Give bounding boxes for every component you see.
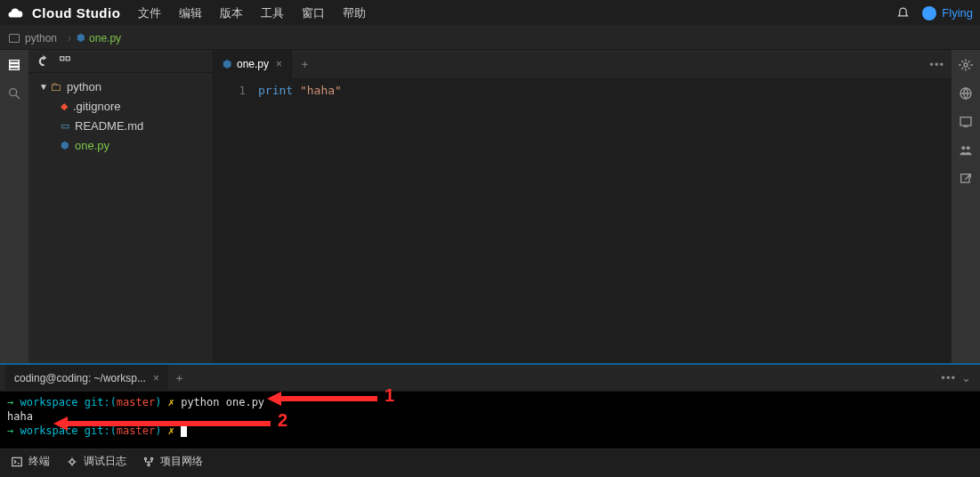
terminal-body[interactable]: → workspace git:(master) ✗ python one.py… xyxy=(0,392,980,449)
editor-tab-onepy[interactable]: ⬢ one.py × xyxy=(214,50,292,78)
tree-folder-root[interactable]: ▼ 🗀 python xyxy=(28,77,213,96)
python-icon: ⬢ xyxy=(223,58,231,70)
menu-version[interactable]: 版本 xyxy=(220,5,243,21)
menu-file[interactable]: 文件 xyxy=(138,5,161,21)
svg-point-7 xyxy=(964,63,968,67)
close-icon[interactable]: × xyxy=(153,372,159,384)
tree-file-onepy[interactable]: ⬢ one.py xyxy=(28,135,213,155)
username[interactable]: Flying xyxy=(942,6,973,20)
prompt-workspace: workspace xyxy=(20,424,77,437)
svg-rect-9 xyxy=(960,117,971,125)
breadcrumb-folder-label: python xyxy=(25,32,57,44)
chevron-right-icon: › xyxy=(68,32,71,44)
terminal-output: haha xyxy=(7,409,973,424)
breadcrumb-file[interactable]: ⬢ one.py xyxy=(77,32,121,44)
prompt-workspace: workspace xyxy=(20,396,77,408)
code-string: "haha" xyxy=(300,84,342,97)
svg-rect-1 xyxy=(10,64,20,67)
line-number: 1 xyxy=(214,84,246,97)
editor-more-icon[interactable]: ••• xyxy=(929,58,944,71)
menu-help[interactable]: 帮助 xyxy=(343,5,366,21)
prompt-branch: master xyxy=(117,424,155,437)
menu-edit[interactable]: 编辑 xyxy=(179,5,202,21)
markdown-icon: ▭ xyxy=(61,120,69,132)
breadcrumb-file-label: one.py xyxy=(89,32,121,44)
prompt-dirty: ✗ xyxy=(168,424,174,437)
debug-icon[interactable] xyxy=(958,57,974,73)
terminal-more-icon[interactable]: ••• xyxy=(941,371,956,384)
prompt-git-end: ) xyxy=(155,396,161,408)
tree-file-label: one.py xyxy=(75,139,109,152)
breadcrumb-folder[interactable]: python xyxy=(9,32,57,44)
status-network-label: 项目网络 xyxy=(160,454,203,469)
breadcrumb: python › ⬢ one.py xyxy=(0,27,980,50)
open-external-icon[interactable] xyxy=(958,171,974,187)
preview-icon[interactable] xyxy=(958,114,974,130)
svg-rect-6 xyxy=(66,56,69,60)
prompt-arrow: → xyxy=(7,424,13,437)
chevron-down-icon: ▼ xyxy=(39,82,48,92)
globe-icon[interactable] xyxy=(958,85,974,101)
python-icon: ⬢ xyxy=(61,140,69,151)
app-brand: Cloud Studio xyxy=(32,5,120,20)
terminal-command: python one.py xyxy=(181,396,264,408)
svg-rect-2 xyxy=(10,68,20,70)
status-debug-label: 调试日志 xyxy=(84,454,126,469)
status-terminal[interactable]: 终端 xyxy=(11,454,50,469)
terminal-tab[interactable]: coding@coding: ~/worksp... × xyxy=(5,365,168,392)
tree-file-gitignore[interactable]: ◆ .gitignore xyxy=(28,96,213,116)
explorer-icon[interactable] xyxy=(6,57,22,73)
search-icon[interactable] xyxy=(6,85,22,101)
folder-icon xyxy=(9,34,20,43)
folder-open-icon: 🗀 xyxy=(50,80,61,93)
menu-window[interactable]: 窗口 xyxy=(302,5,325,21)
svg-rect-5 xyxy=(61,56,64,60)
svg-point-11 xyxy=(961,146,965,150)
new-terminal-button[interactable]: ＋ xyxy=(168,370,191,386)
notification-bell-icon[interactable] xyxy=(896,5,910,21)
status-debug[interactable]: 调试日志 xyxy=(66,454,126,469)
chevron-down-icon[interactable]: ⌄ xyxy=(961,371,971,384)
refresh-icon[interactable] xyxy=(37,55,50,68)
code-line[interactable]: print "haha" xyxy=(258,84,342,363)
code-keyword: print xyxy=(258,84,293,97)
editor-tab-label: one.py xyxy=(237,58,269,70)
terminal-cursor xyxy=(181,426,187,437)
tree-file-label: .gitignore xyxy=(73,100,120,113)
svg-rect-14 xyxy=(12,457,22,465)
tree-file-readme[interactable]: ▭ README.md xyxy=(28,116,213,135)
users-icon[interactable] xyxy=(958,142,974,158)
svg-point-15 xyxy=(70,459,75,464)
terminal-tab-label: coding@coding: ~/worksp... xyxy=(14,372,146,384)
status-terminal-label: 终端 xyxy=(28,454,50,469)
prompt-git: git:( xyxy=(85,424,117,437)
tree-folder-label: python xyxy=(67,80,101,93)
prompt-git: git:( xyxy=(85,396,117,408)
prompt-arrow: → xyxy=(7,396,13,408)
close-icon[interactable]: × xyxy=(276,58,282,70)
avatar[interactable] xyxy=(922,6,936,20)
cloud-logo-icon xyxy=(7,5,23,21)
collapse-icon[interactable] xyxy=(59,55,71,68)
svg-point-18 xyxy=(148,464,150,465)
svg-point-12 xyxy=(967,146,970,150)
svg-line-4 xyxy=(16,95,20,99)
status-network[interactable]: 项目网络 xyxy=(142,454,203,469)
menu-tools[interactable]: 工具 xyxy=(261,5,284,21)
prompt-git-end: ) xyxy=(155,424,161,437)
tree-file-label: README.md xyxy=(75,119,143,133)
svg-point-17 xyxy=(150,457,152,459)
svg-rect-0 xyxy=(10,61,20,63)
svg-point-3 xyxy=(10,89,17,96)
python-icon: ⬢ xyxy=(77,32,85,44)
git-icon: ◆ xyxy=(61,101,68,112)
prompt-dirty: ✗ xyxy=(168,396,174,408)
svg-point-16 xyxy=(144,457,146,459)
prompt-branch: master xyxy=(117,396,155,408)
new-tab-button[interactable]: ＋ xyxy=(292,56,317,72)
svg-rect-13 xyxy=(961,174,969,182)
